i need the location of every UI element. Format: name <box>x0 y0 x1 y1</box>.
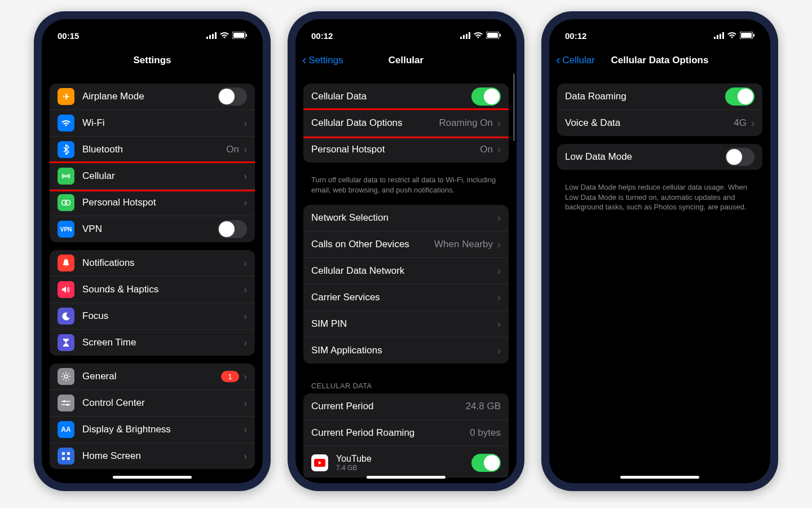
svg-rect-32 <box>741 33 752 38</box>
row-personal-hotspot[interactable]: Personal Hotspot › <box>50 190 255 216</box>
row-label: Control Center <box>82 397 244 409</box>
footer-text: Low Data Mode helps reduce cellular data… <box>557 178 762 214</box>
chevron-right-icon: › <box>244 284 247 296</box>
row-screen-time[interactable]: Screen Time › <box>50 330 255 356</box>
svg-rect-24 <box>487 33 498 38</box>
wifi-icon <box>219 31 230 41</box>
row-label: Calls on Other Devices <box>311 239 434 250</box>
row-personal-hotspot[interactable]: Personal Hotspot On › <box>303 137 509 163</box>
row-cellular-data-options[interactable]: Cellular Data Options Roaming On › <box>303 110 509 137</box>
youtube-icon <box>311 454 328 471</box>
row-notifications[interactable]: Notifications › <box>50 250 255 277</box>
row-sim-applications[interactable]: SIM Applications › <box>303 338 509 364</box>
svg-rect-30 <box>722 32 724 39</box>
row-sim-pin[interactable]: SIM PIN › <box>303 311 509 338</box>
row-home-screen[interactable]: Home Screen › <box>50 443 255 469</box>
row-airplane-mode[interactable]: ✈︎ Airplane Mode <box>50 84 255 110</box>
row-label: Cellular Data Network <box>311 265 497 277</box>
svg-rect-33 <box>753 34 754 37</box>
row-display-brightness[interactable]: AA Display & Brightness › <box>50 417 255 443</box>
svg-rect-18 <box>67 457 70 460</box>
row-sounds-haptics[interactable]: Sounds & Haptics › <box>50 277 255 303</box>
wifi-icon <box>727 31 737 41</box>
row-current-period-roaming[interactable]: Current Period Roaming 0 bytes <box>303 420 509 446</box>
content-scroll[interactable]: Data Roaming Voice & Data 4G › Low Data … <box>549 73 770 478</box>
battery-icon <box>232 31 247 41</box>
notch <box>612 19 708 35</box>
row-bluetooth[interactable]: Bluetooth On › <box>50 137 255 163</box>
airplane-icon: ✈︎ <box>58 88 74 105</box>
row-calls-other-devices[interactable]: Calls on Other Devices When Nearby › <box>303 231 509 258</box>
screen: 00:12 ‹ Settings Cellular Cellular Data <box>295 19 517 483</box>
battery-icon <box>740 31 754 41</box>
row-control-center[interactable]: Control Center › <box>50 390 255 417</box>
vpn-toggle[interactable] <box>218 220 247 238</box>
app-data-toggle[interactable] <box>471 454 501 472</box>
svg-point-9 <box>65 200 70 205</box>
back-button[interactable]: ‹ Cellular <box>556 53 595 68</box>
chevron-right-icon: › <box>244 117 247 129</box>
row-label: Current Period <box>311 401 466 412</box>
chevron-left-icon: ‹ <box>302 53 306 68</box>
row-wifi[interactable]: Wi-Fi › <box>50 110 255 137</box>
row-label: Current Period Roaming <box>311 427 470 439</box>
svg-rect-20 <box>463 35 465 39</box>
scrollbar[interactable] <box>513 73 515 141</box>
row-detail: On <box>480 144 493 155</box>
page-title: Cellular Data Options <box>611 55 709 66</box>
row-vpn[interactable]: VPN VPN <box>50 216 255 242</box>
footer-text: Turn off cellular data to restrict all d… <box>303 170 509 197</box>
cellular-options-group: Data Roaming Voice & Data 4G › <box>557 84 762 136</box>
row-data-roaming[interactable]: Data Roaming <box>557 84 762 110</box>
chevron-right-icon: › <box>244 424 247 436</box>
content-scroll[interactable]: Cellular Data Cellular Data Options Roam… <box>295 73 517 478</box>
svg-rect-3 <box>215 32 217 39</box>
row-label: Airplane Mode <box>82 91 218 102</box>
home-indicator[interactable] <box>620 476 699 479</box>
svg-rect-5 <box>233 33 244 38</box>
signal-icon <box>206 31 217 41</box>
airplane-toggle[interactable] <box>218 87 247 106</box>
row-detail: When Nearby <box>434 239 493 250</box>
row-label: Sounds & Haptics <box>82 284 244 295</box>
row-label: Screen Time <box>82 337 244 348</box>
chevron-right-icon: › <box>497 292 501 304</box>
chevron-right-icon: › <box>497 345 501 357</box>
row-current-period[interactable]: Current Period 24.8 GB <box>303 393 509 420</box>
phone-settings: 00:15 Settings ✈︎ Airplane Mode <box>34 11 271 491</box>
data-roaming-toggle[interactable] <box>725 87 754 106</box>
row-label: Personal Hotspot <box>82 197 244 208</box>
bell-icon <box>58 255 74 271</box>
row-carrier-services[interactable]: Carrier Services › <box>303 284 509 311</box>
row-general[interactable]: General 1 › <box>50 364 255 390</box>
wifi-settings-icon <box>58 115 74 132</box>
row-voice-data[interactable]: Voice & Data 4G › <box>557 110 762 136</box>
svg-rect-6 <box>246 34 247 37</box>
row-cellular[interactable]: Cellular › <box>50 163 255 190</box>
content-scroll[interactable]: ✈︎ Airplane Mode Wi-Fi › Bluetooth <box>42 73 263 478</box>
svg-rect-21 <box>466 34 467 39</box>
row-cellular-data-network[interactable]: Cellular Data Network › <box>303 258 509 284</box>
home-indicator[interactable] <box>367 476 445 479</box>
row-network-selection[interactable]: Network Selection › <box>303 205 509 231</box>
phone-cellular: 00:12 ‹ Settings Cellular Cellular Data <box>288 11 524 491</box>
row-label: SIM Applications <box>311 345 497 356</box>
row-label: Data Roaming <box>565 91 725 102</box>
phone-cellular-data-options: 00:12 ‹ Cellular Cellular Data Options D… <box>541 11 778 491</box>
wifi-icon <box>473 31 483 41</box>
row-app-youtube[interactable]: YouTube 7.4 GB <box>303 446 509 478</box>
row-cellular-data[interactable]: Cellular Data <box>303 84 509 110</box>
row-focus[interactable]: Focus › <box>50 303 255 330</box>
settings-group-general: General 1 › Control Center › AA Display … <box>50 364 255 469</box>
low-data-mode-group: Low Data Mode <box>557 144 762 170</box>
svg-rect-15 <box>62 452 65 455</box>
chevron-right-icon: › <box>244 337 247 349</box>
chevron-right-icon: › <box>497 239 501 251</box>
svg-rect-19 <box>460 37 462 39</box>
home-indicator[interactable] <box>113 476 192 479</box>
svg-rect-29 <box>720 34 721 39</box>
back-button[interactable]: ‹ Settings <box>302 53 343 68</box>
low-data-mode-toggle[interactable] <box>725 148 754 166</box>
cellular-data-toggle[interactable] <box>471 87 501 106</box>
row-low-data-mode[interactable]: Low Data Mode <box>557 144 762 170</box>
